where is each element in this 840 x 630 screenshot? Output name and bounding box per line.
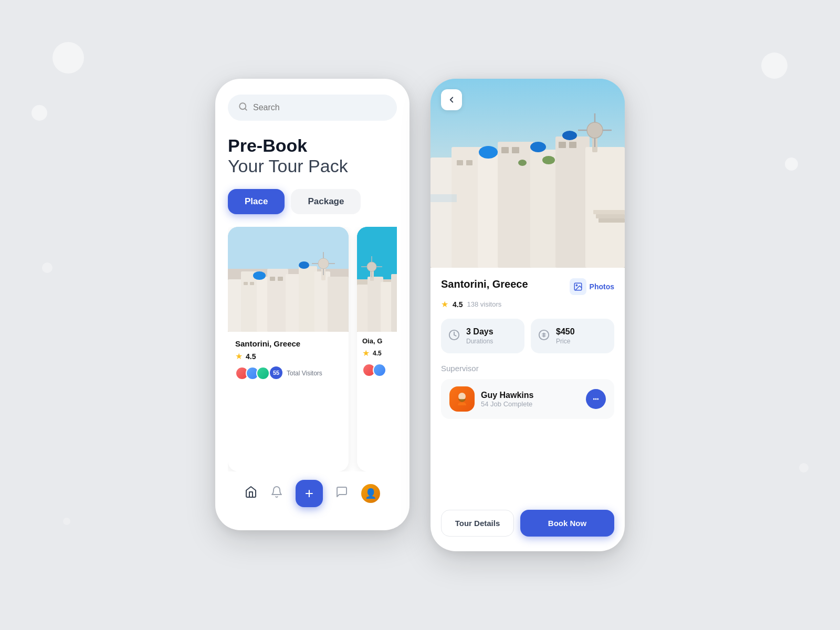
- svg-point-75: [458, 393, 466, 400]
- svg-point-47: [479, 146, 498, 159]
- photos-icon: [570, 278, 586, 295]
- supervisor-jobs: 54 Job Complete: [481, 400, 580, 408]
- svg-rect-12: [244, 282, 248, 285]
- svg-point-69: [576, 285, 577, 286]
- bell-nav-icon[interactable]: [270, 486, 283, 501]
- search-bar[interactable]: [228, 94, 397, 121]
- dollar-icon: [538, 329, 550, 343]
- svg-line-1: [245, 108, 246, 110]
- svg-rect-63: [593, 210, 625, 214]
- svg-rect-29: [391, 274, 397, 332]
- fab-add-button[interactable]: +: [296, 480, 323, 507]
- detail-title-row: Santorini, Greece Photos: [441, 278, 614, 295]
- rating-value-2: 4.5: [373, 350, 382, 357]
- svg-rect-14: [270, 277, 275, 281]
- rating-value-1: 4.5: [246, 352, 256, 361]
- right-phone: Santorini, Greece Photos ★ 4.5 13: [430, 79, 625, 551]
- santorini-place-name: Santorini, Greece: [235, 339, 341, 348]
- svg-rect-15: [278, 277, 283, 281]
- svg-rect-64: [596, 214, 625, 218]
- svg-rect-9: [299, 266, 317, 332]
- visitors-label: Total Visitors: [287, 370, 322, 377]
- oia-avatar-2: [373, 363, 386, 377]
- bottom-actions: Tour Details Book Now: [430, 501, 625, 551]
- svg-rect-54: [559, 142, 566, 148]
- back-button[interactable]: [441, 89, 462, 110]
- profile-nav-icon[interactable]: 👤: [361, 484, 380, 503]
- rating-row-1: ★ 4.5: [235, 351, 341, 361]
- rating-row-2: ★ 4.5: [362, 348, 397, 358]
- supervisor-chat-button[interactable]: [586, 389, 606, 409]
- svg-rect-44: [530, 150, 559, 268]
- svg-rect-46: [585, 147, 625, 268]
- svg-rect-65: [598, 218, 625, 223]
- bottom-nav: + 👤: [228, 471, 397, 520]
- stats-row: 3 Days Durations $450: [441, 319, 614, 353]
- cards-row: Santorini, Greece ★ 4.5 55 Total Visitor…: [228, 227, 397, 471]
- svg-point-48: [530, 142, 546, 152]
- svg-rect-43: [498, 142, 534, 268]
- price-value: $450: [556, 327, 575, 337]
- stat-price: $450 Price: [531, 319, 614, 353]
- detail-hero-image: [430, 79, 625, 268]
- duration-value: 3 Days: [466, 327, 494, 337]
- book-now-button[interactable]: Book Now: [520, 510, 614, 537]
- svg-point-32: [367, 262, 376, 271]
- svg-rect-55: [569, 142, 576, 148]
- svg-rect-53: [512, 147, 519, 153]
- svg-point-78: [597, 398, 598, 400]
- svg-rect-45: [555, 136, 590, 268]
- svg-point-19: [318, 258, 329, 269]
- detail-visitors-count: 138 visitors: [467, 300, 501, 308]
- left-phone: Pre-Book Your Tour Pack Place Package: [215, 79, 410, 530]
- stat-duration: 3 Days Durations: [441, 319, 524, 353]
- svg-rect-52: [501, 147, 509, 153]
- svg-rect-11: [328, 277, 349, 332]
- detail-place-name: Santorini, Greece: [441, 278, 528, 290]
- svg-point-49: [562, 131, 577, 140]
- svg-rect-5: [241, 271, 259, 332]
- svg-point-77: [595, 398, 597, 400]
- card-oia-image: [357, 227, 397, 332]
- svg-rect-62: [430, 194, 457, 202]
- supervisor-avatar: [449, 386, 475, 412]
- svg-point-76: [593, 398, 595, 400]
- tab-package[interactable]: Package: [291, 189, 361, 214]
- visitors-badge: 55: [270, 366, 282, 379]
- detail-rating-row: ★ 4.5 138 visitors: [441, 299, 614, 309]
- svg-rect-13: [250, 282, 254, 285]
- oia-avatar-stack: [362, 363, 397, 377]
- visitors-row: 55 Total Visitors: [235, 366, 341, 380]
- hero-title: Pre-Book Your Tour Pack: [228, 135, 397, 176]
- detail-rating-value: 4.5: [453, 300, 463, 309]
- supervisor-card: Guy Hawkins 54 Job Complete: [441, 379, 614, 419]
- search-input[interactable]: [253, 103, 386, 112]
- star-icon-1: ★: [235, 351, 243, 361]
- svg-point-57: [587, 122, 603, 138]
- tab-place[interactable]: Place: [228, 189, 285, 214]
- home-nav-icon[interactable]: [245, 486, 257, 501]
- tab-row: Place Package: [228, 189, 397, 214]
- supervisor-name: Guy Hawkins: [481, 391, 580, 400]
- hero-bold: Pre-Book: [228, 135, 397, 156]
- supervisor-section-label: Supervisor: [441, 364, 614, 373]
- svg-rect-51: [466, 160, 472, 165]
- tour-details-button[interactable]: Tour Details: [441, 510, 514, 537]
- avatar-stack: 55: [235, 366, 282, 380]
- card-santorini-info: Santorini, Greece ★ 4.5 55 Total Visitor…: [228, 332, 349, 387]
- chat-nav-icon[interactable]: [335, 486, 348, 501]
- svg-point-16: [253, 271, 266, 280]
- svg-point-66: [542, 156, 555, 164]
- card-oia[interactable]: Oia, G ★ 4.5: [357, 227, 397, 471]
- photos-button[interactable]: Photos: [570, 278, 614, 295]
- hero-light: Your Tour Pack: [228, 156, 397, 176]
- card-santorini-image: [228, 227, 349, 332]
- clock-icon: [448, 329, 460, 343]
- search-icon: [238, 102, 248, 113]
- detail-body: Santorini, Greece Photos ★ 4.5 13: [430, 268, 625, 501]
- detail-star-icon: ★: [441, 299, 448, 309]
- card-oia-info: Oia, G ★ 4.5: [357, 332, 397, 382]
- svg-point-17: [299, 261, 309, 269]
- card-santorini[interactable]: Santorini, Greece ★ 4.5 55 Total Visitor…: [228, 227, 349, 471]
- star-icon-2: ★: [362, 348, 370, 358]
